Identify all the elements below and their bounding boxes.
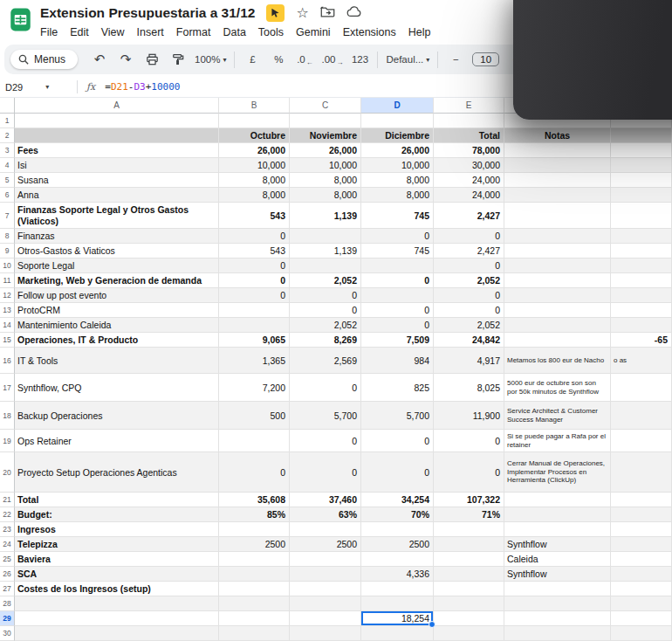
cell-D9[interactable]: 745 (361, 244, 434, 258)
cell-E10[interactable]: 0 (434, 258, 504, 273)
cell-E11[interactable]: 2,052 (434, 273, 504, 288)
column-header-B[interactable]: B (219, 98, 290, 114)
cell-F22[interactable] (504, 507, 611, 522)
cell-F11[interactable] (504, 273, 611, 288)
cell-E22[interactable]: 71% (434, 507, 504, 522)
cell-B2[interactable]: Octubre (219, 128, 290, 143)
cell-G16[interactable]: o as (611, 348, 672, 374)
row-header-6[interactable]: 6 (0, 188, 15, 203)
cell-C4[interactable]: 10,000 (290, 158, 361, 173)
cell-G22[interactable] (611, 507, 672, 522)
cell-C8[interactable] (290, 229, 361, 244)
cell-C9[interactable]: 1,139 (290, 244, 361, 258)
cell-G21[interactable] (611, 493, 672, 507)
menu-format[interactable]: Format (170, 24, 217, 40)
cell-A27[interactable]: Costes de los Ingresos (setup) (15, 582, 219, 596)
cell-A14[interactable]: Mantenimiento Caleida (15, 318, 219, 333)
cell-G26[interactable] (611, 567, 672, 582)
cell-B19[interactable] (219, 430, 290, 452)
cell-B18[interactable]: 500 (219, 402, 290, 430)
row-header-11[interactable]: 11 (0, 273, 15, 288)
cell-C24[interactable]: 2500 (290, 537, 361, 552)
menu-tools[interactable]: Tools (252, 24, 290, 40)
cell-D14[interactable]: 0 (361, 318, 434, 333)
row-header-16[interactable]: 16 (0, 348, 15, 374)
row-header-14[interactable]: 14 (0, 318, 15, 333)
row-header-23[interactable]: 23 (0, 522, 15, 537)
cell-G11[interactable] (611, 273, 672, 288)
row-header-8[interactable]: 8 (0, 229, 15, 244)
cell-A26[interactable]: SCA (15, 567, 219, 582)
cell-E8[interactable]: 0 (434, 229, 504, 244)
cell-A11[interactable]: Marketing, Web y Generacion de demanda (15, 273, 219, 288)
cell-C18[interactable]: 5,700 (290, 402, 361, 430)
cell-D29[interactable]: 18,254 (361, 611, 434, 626)
cell-G18[interactable] (611, 402, 672, 430)
cloud-status-icon[interactable] (346, 5, 362, 21)
cell-D28[interactable] (361, 596, 434, 611)
cell-B29[interactable] (219, 611, 290, 626)
cell-F28[interactable] (504, 596, 611, 611)
cell-C12[interactable]: 0 (290, 288, 361, 303)
cell-E30[interactable] (434, 626, 504, 641)
row-header-20[interactable]: 20 (0, 452, 15, 493)
cell-E23[interactable] (434, 522, 504, 537)
cell-D6[interactable]: 8,000 (361, 188, 434, 203)
cell-C17[interactable]: 0 (290, 374, 361, 402)
row-header-13[interactable]: 13 (0, 303, 15, 318)
cell-C27[interactable] (290, 582, 361, 596)
cell-G12[interactable] (611, 288, 672, 303)
redo-button[interactable]: ↷ (113, 49, 139, 70)
cell-A4[interactable]: Isi (15, 158, 219, 173)
cell-B27[interactable] (219, 582, 290, 596)
row-header-9[interactable]: 9 (0, 244, 15, 258)
cell-G20[interactable] (611, 452, 672, 493)
cell-E25[interactable] (434, 552, 504, 567)
cell-F10[interactable] (504, 258, 611, 273)
cell-B30[interactable] (219, 626, 290, 641)
cell-D15[interactable]: 7,509 (361, 333, 434, 348)
cell-C23[interactable] (290, 522, 361, 537)
cell-B21[interactable]: 35,608 (219, 493, 290, 507)
menu-help[interactable]: Help (402, 24, 437, 40)
cell-G25[interactable] (611, 552, 672, 567)
row-header-25[interactable]: 25 (0, 552, 15, 567)
cell-A9[interactable]: Otros-Gastos & Viaticos (15, 244, 219, 258)
cell-A24[interactable]: Telepizza (15, 537, 219, 552)
cell-D7[interactable]: 745 (361, 203, 434, 229)
cell-F29[interactable] (504, 611, 611, 626)
cell-F3[interactable] (504, 143, 611, 158)
row-header-4[interactable]: 4 (0, 158, 15, 173)
cell-D17[interactable]: 825 (361, 374, 434, 402)
column-header-C[interactable]: C (290, 98, 361, 114)
cell-F17[interactable]: 5000 eur de octubre son son por 50k minu… (504, 374, 611, 402)
menu-extensions[interactable]: Extensions (337, 24, 402, 40)
row-header-30[interactable]: 30 (0, 626, 15, 641)
cell-F23[interactable] (504, 522, 611, 537)
cell-A23[interactable]: Ingresos (15, 522, 219, 537)
cell-G4[interactable] (611, 158, 672, 173)
formula-input[interactable]: =D21-D3+10000 (105, 81, 180, 93)
cell-C21[interactable]: 37,460 (290, 493, 361, 507)
cell-A20[interactable]: Proyecto Setup Operaciones Agenticas (15, 452, 219, 493)
cell-C2[interactable]: Noviembre (290, 128, 361, 143)
cell-A30[interactable] (15, 626, 219, 641)
cell-A21[interactable]: Total (15, 493, 219, 507)
cell-A16[interactable]: IT & Tools (15, 348, 219, 374)
cell-D19[interactable]: 0 (361, 430, 434, 452)
cell-F21[interactable] (504, 493, 611, 507)
cell-E28[interactable] (434, 596, 504, 611)
menu-data[interactable]: Data (216, 24, 251, 40)
cell-G8[interactable] (611, 229, 672, 244)
cell-D22[interactable]: 70% (361, 507, 434, 522)
cell-E4[interactable]: 30,000 (434, 158, 504, 173)
highlighted-cursor-icon[interactable] (266, 4, 285, 22)
row-header-27[interactable]: 27 (0, 582, 15, 596)
fill-handle[interactable] (429, 621, 435, 628)
menu-insert[interactable]: Insert (131, 24, 170, 40)
cell-A17[interactable]: Synthflow, CPQ (15, 374, 219, 402)
cell-G5[interactable] (611, 173, 672, 188)
percent-format-button[interactable]: % (265, 49, 291, 70)
paint-format-button[interactable] (165, 49, 191, 70)
cell-B17[interactable]: 7,200 (219, 374, 290, 402)
